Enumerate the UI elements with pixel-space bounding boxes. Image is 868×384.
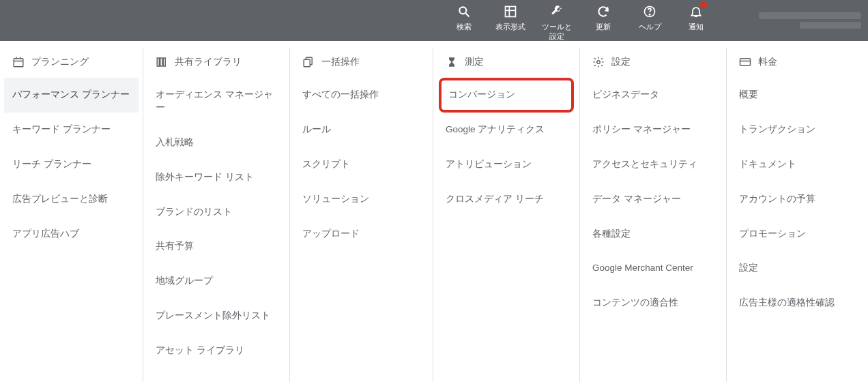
account-line	[800, 22, 861, 29]
account-info[interactable]	[738, 7, 861, 34]
col-header-label: 共有ライブラリ	[175, 56, 242, 68]
menu-col-bulk-actions: 一括操作 すべての一括操作 ルール スクリプト ソリューション アップロード	[290, 48, 433, 382]
menu-item-app-ads-hub[interactable]: アプリ広告ハブ	[4, 217, 139, 252]
menu-item-keyword-planner[interactable]: キーワード プランナー	[4, 113, 139, 147]
menu-item-placement-exclusions[interactable]: プレースメント除外リスト	[147, 299, 285, 334]
menu-item-transactions[interactable]: トランザクション	[731, 113, 864, 147]
menu-item-all-bulk[interactable]: すべての一括操作	[294, 78, 429, 113]
topbar-label: 更新	[596, 22, 611, 31]
col-header-label: 一括操作	[321, 56, 360, 68]
topbar: 検索 表示形式 ツールと 設定 更新 ヘルプ	[0, 0, 868, 41]
col-header-label: 測定	[465, 56, 484, 68]
menu-col-measurement: 測定 コンバージョン Google アナリティクス アトリビューション クロスメ…	[433, 48, 580, 382]
menu-item-policy-manager[interactable]: ポリシー マネージャー	[584, 113, 722, 147]
topbar-search[interactable]: 検索	[441, 0, 487, 31]
svg-rect-11	[157, 58, 159, 66]
refresh-icon	[596, 4, 611, 19]
svg-rect-13	[163, 58, 165, 66]
menu-item-shared-budgets[interactable]: 共有予算	[147, 229, 285, 264]
col-header-billing: 料金	[731, 48, 864, 78]
menu-item-merchant-center[interactable]: Google Merchant Center	[584, 251, 722, 286]
topbar-help[interactable]: ヘルプ	[626, 0, 673, 31]
menu-col-shared-library: 共有ライブラリ オーディエンス マネージャー 入札戦略 除外キーワード リスト …	[143, 48, 290, 382]
col-header-bulk: 一括操作	[294, 48, 429, 78]
menu-item-reach-planner[interactable]: リーチ プランナー	[4, 147, 139, 182]
menu-item-location-groups[interactable]: 地域グループ	[147, 264, 285, 299]
topbar-tools[interactable]: ツールと 設定	[534, 0, 580, 41]
col-header-planning: プランニング	[4, 48, 139, 78]
menu-item-billing-settings[interactable]: 設定	[731, 251, 864, 286]
layout-icon	[503, 4, 518, 19]
topbar-refresh[interactable]: 更新	[580, 0, 626, 31]
menu-item-upload[interactable]: アップロード	[294, 217, 429, 252]
svg-rect-12	[160, 58, 162, 66]
svg-rect-15	[304, 59, 310, 67]
svg-point-16	[597, 61, 601, 64]
svg-rect-2	[506, 6, 516, 16]
svg-point-0	[459, 7, 466, 14]
menu-col-planning: プランニング パフォーマンス プランナー キーワード プランナー リーチ プラン…	[0, 48, 143, 382]
calendar-icon	[12, 56, 25, 68]
menu-item-asset-library[interactable]: アセット ライブラリ	[147, 334, 285, 368]
menu-item-promotions[interactable]: プロモーション	[731, 217, 864, 252]
help-icon	[642, 4, 657, 19]
menu-item-scripts[interactable]: スクリプト	[294, 147, 429, 182]
menu-item-solutions[interactable]: ソリューション	[294, 182, 429, 217]
topbar-view[interactable]: 表示形式	[487, 0, 534, 31]
menu-item-performance-planner[interactable]: パフォーマンス プランナー	[4, 78, 139, 113]
svg-point-6	[649, 14, 650, 14]
search-icon	[457, 4, 472, 19]
menu-item-google-analytics[interactable]: Google アナリティクス	[437, 113, 575, 147]
menu-item-audience-manager[interactable]: オーディエンス マネージャー	[147, 78, 285, 125]
svg-line-1	[466, 13, 469, 16]
menu-item-ad-preview[interactable]: 広告プレビューと診断	[4, 182, 139, 217]
topbar-notifications[interactable]: 通知	[673, 0, 719, 31]
col-header-measurement: 測定	[437, 48, 575, 78]
svg-rect-7	[14, 59, 23, 67]
menu-item-business-data[interactable]: ビジネスデータ	[584, 78, 722, 113]
topbar-label: 表示形式	[495, 22, 525, 31]
gear-icon	[592, 56, 605, 68]
topbar-items: 検索 表示形式 ツールと 設定 更新 ヘルプ	[441, 0, 719, 41]
col-header-label: プランニング	[31, 56, 89, 68]
menu-item-conversions[interactable]: コンバージョン	[439, 78, 574, 113]
menu-item-access-security[interactable]: アクセスとセキュリティ	[584, 147, 722, 182]
menu-item-attribution[interactable]: アトリビューション	[437, 147, 575, 182]
col-header-shared-library: 共有ライブラリ	[147, 48, 285, 78]
wrench-icon	[549, 4, 564, 19]
hourglass-icon	[446, 56, 458, 68]
col-header-label: 設定	[611, 56, 631, 68]
menu-col-billing: 料金 概要 トランザクション ドキュメント アカウントの予算 プロモーション 設…	[727, 48, 868, 382]
topbar-label: ツールと 設定	[542, 22, 572, 42]
svg-rect-17	[740, 59, 751, 66]
notification-badge	[700, 1, 707, 8]
menu-item-brand-list[interactable]: ブランドのリスト	[147, 195, 285, 230]
card-icon	[739, 56, 751, 68]
tools-menu-panel: プランニング パフォーマンス プランナー キーワード プランナー リーチ プラン…	[0, 41, 868, 382]
menu-item-content-suitability[interactable]: コンテンツの適合性	[584, 286, 722, 321]
topbar-label: 通知	[689, 22, 704, 31]
menu-item-documents[interactable]: ドキュメント	[731, 147, 864, 182]
menu-item-advertiser-verification[interactable]: 広告主様の適格性確認	[731, 286, 864, 321]
menu-item-rules[interactable]: ルール	[294, 113, 429, 147]
menu-item-preferences[interactable]: 各種設定	[584, 217, 722, 252]
bulk-icon	[302, 56, 315, 68]
col-header-settings: 設定	[584, 48, 722, 78]
col-header-label: 料金	[758, 56, 777, 68]
menu-item-data-manager[interactable]: データ マネージャー	[584, 182, 722, 217]
topbar-label: ヘルプ	[639, 22, 661, 31]
account-line	[759, 12, 861, 19]
menu-item-summary[interactable]: 概要	[731, 78, 864, 113]
menu-item-negative-keywords[interactable]: 除外キーワード リスト	[147, 160, 285, 195]
menu-col-settings: 設定 ビジネスデータ ポリシー マネージャー アクセスとセキュリティ データ マ…	[580, 48, 727, 382]
topbar-label: 検索	[457, 22, 472, 31]
library-icon	[156, 56, 168, 68]
menu-item-cross-media-reach[interactable]: クロスメディア リーチ	[437, 182, 575, 217]
menu-item-account-budget[interactable]: アカウントの予算	[731, 182, 864, 217]
menu-item-bid-strategies[interactable]: 入札戦略	[147, 125, 285, 160]
